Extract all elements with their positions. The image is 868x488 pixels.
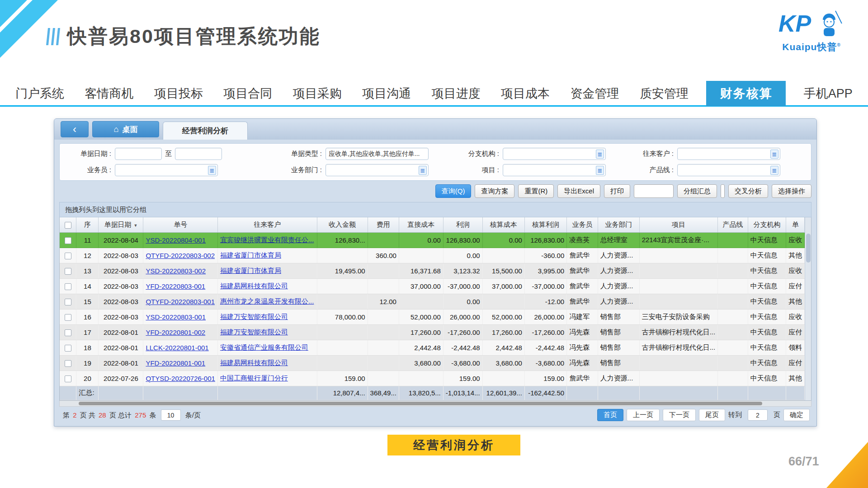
table-row-14[interactable]: 142022-08-03YFD-20220803-001福建易网科技有限公司37… — [60, 278, 805, 294]
customer-link[interactable]: 福建易网科技有限公司 — [220, 282, 288, 290]
nav-item-6[interactable]: 项目沟通 — [359, 81, 414, 106]
col-header-seq[interactable]: 序 — [76, 217, 99, 232]
lookup-icon[interactable]: ≣ — [208, 166, 216, 175]
salesman-input[interactable]: ≣ — [115, 164, 218, 176]
cell-docno[interactable]: YFD-20220803-001 — [143, 278, 217, 294]
customer-link[interactable]: 福建万安智能有限公司 — [220, 328, 288, 336]
customer-link[interactable]: 福建易网科技有限公司 — [220, 359, 288, 366]
row-checkbox[interactable] — [65, 360, 71, 367]
col-header-project[interactable]: 项目 — [639, 217, 718, 232]
customer-input[interactable]: ≣ — [677, 148, 780, 160]
project-input[interactable]: ≣ — [503, 164, 606, 176]
col-header-acct_cost[interactable]: 核算成本 — [482, 217, 524, 232]
row-checkbox[interactable] — [65, 345, 71, 352]
page-size-input[interactable] — [161, 409, 181, 421]
table-row-12[interactable]: 122022-08-03QTYFD-20220803-002福建省厦门市体育局3… — [60, 248, 805, 263]
row-checkbox[interactable] — [65, 329, 71, 336]
prev-page-button[interactable]: 上一页 — [627, 409, 660, 421]
cell-customer[interactable]: 福建易网科技有限公司 — [217, 278, 317, 294]
customer-link[interactable]: 安徽省通信产业服务有限公司 — [220, 343, 308, 351]
docno-link[interactable]: YSD-20220804-001 — [146, 236, 206, 244]
docno-link[interactable]: YFD-20220801-002 — [146, 328, 205, 336]
cell-docno[interactable]: YSD-20220804-001 — [143, 232, 217, 248]
docno-link[interactable]: YSD-20220803-001 — [146, 313, 206, 321]
cell-customer[interactable]: 安徽省通信产业服务有限公司 — [217, 340, 317, 355]
cell-customer[interactable]: 福建省厦门市体育局 — [217, 263, 317, 278]
nav-item-3[interactable]: 项目投标 — [151, 81, 206, 106]
col-header-fee[interactable]: 费用 — [368, 217, 399, 232]
customer-link[interactable]: 福建省厦门市体育局 — [220, 267, 281, 274]
docno-link[interactable]: YFD-20220801-001 — [146, 359, 205, 367]
lookup-icon[interactable]: ≣ — [596, 166, 604, 175]
col-header-salesman[interactable]: 业务员 — [567, 217, 598, 232]
customer-link[interactable]: 中国工商银行厦门分行 — [220, 374, 288, 382]
lookup-icon[interactable]: ≣ — [770, 150, 778, 159]
first-page-button[interactable]: 首页 — [597, 409, 623, 421]
select-operation-button[interactable]: 选择操作 — [772, 184, 811, 198]
cell-docno[interactable]: QTYFD-20220803-001 — [143, 294, 217, 309]
cell-customer[interactable]: 惠州市龙之泉温泉开发有限公... — [217, 294, 317, 309]
table-row-13[interactable]: 132022-08-03YSD-20220803-002福建省厦门市体育局19,… — [60, 263, 805, 278]
nav-item-4[interactable]: 项目合同 — [221, 81, 275, 106]
col-header-direct_cost[interactable]: 直接成本 — [399, 217, 443, 232]
customer-link[interactable]: 惠州市龙之泉温泉开发有限公... — [220, 297, 314, 305]
cell-docno[interactable]: LLCK-20220801-001 — [143, 340, 217, 355]
doc-type-input[interactable] — [326, 148, 429, 160]
export-excel-button[interactable]: 导出Excel — [557, 184, 600, 198]
cell-docno[interactable]: YFD-20220801-001 — [143, 355, 217, 371]
tab-profit-analysis[interactable]: 经营利润分析 — [163, 122, 248, 140]
row-checkbox[interactable] — [65, 283, 71, 290]
query-plan-button[interactable]: 查询方案 — [475, 184, 514, 198]
cell-docno[interactable]: QTYSD-20220726-001 — [143, 371, 217, 386]
query-button[interactable]: 查询(Q) — [435, 184, 472, 198]
cell-docno[interactable]: QTYFD-20220803-002 — [143, 248, 217, 263]
confirm-button[interactable]: 确定 — [783, 409, 810, 421]
select-all-checkbox[interactable] — [60, 217, 76, 232]
docno-link[interactable]: QTYFD-20220803-002 — [146, 252, 215, 259]
nav-item-8[interactable]: 项目成本 — [498, 81, 552, 106]
print-button[interactable]: 打印 — [604, 184, 630, 198]
date-to-input[interactable] — [175, 148, 222, 160]
cell-customer[interactable]: 福建万安智能有限公司 — [217, 324, 317, 340]
cross-analysis-button[interactable]: 交叉分析 — [728, 184, 768, 198]
col-header-acct_profit[interactable]: 核算利润 — [524, 217, 566, 232]
table-row-20[interactable]: 202022-07-26QTYSD-20220726-001中国工商银行厦门分行… — [60, 371, 805, 386]
horizontal-scrollbar[interactable] — [59, 401, 811, 407]
nav-item-2[interactable]: 客情商机 — [82, 81, 136, 106]
table-row-19[interactable]: 192022-08-01YFD-20220801-001福建易网科技有限公司3,… — [60, 355, 805, 371]
vertical-scrollbar[interactable] — [805, 217, 811, 400]
date-from-input[interactable] — [115, 148, 162, 160]
branch-input[interactable]: ≣ — [503, 148, 606, 160]
col-header-profit[interactable]: 利润 — [443, 217, 482, 232]
col-header-income[interactable]: 收入金额 — [317, 217, 368, 232]
customer-link[interactable]: 福建万安智能有限公司 — [220, 313, 288, 320]
col-header-product[interactable]: 产品线 — [718, 217, 748, 232]
next-page-button[interactable]: 下一页 — [663, 409, 696, 421]
cell-docno[interactable]: YSD-20220803-001 — [143, 309, 217, 324]
nav-item-9[interactable]: 资金管理 — [568, 81, 622, 106]
cell-customer[interactable]: 宜宾骏继洪骥置业有限责任公... — [217, 232, 317, 248]
table-row-11[interactable]: 112022-08-04YSD-20220804-001宜宾骏继洪骥置业有限责任… — [60, 232, 805, 248]
col-header-date[interactable]: 单据日期▼ — [99, 217, 143, 232]
blank-button[interactable] — [634, 184, 674, 198]
table-row-16[interactable]: 162022-08-03YSD-20220803-001福建万安智能有限公司78… — [60, 309, 805, 324]
table-row-17[interactable]: 172022-08-01YFD-20220801-002福建万安智能有限公司17… — [60, 324, 805, 340]
row-checkbox[interactable] — [65, 237, 71, 244]
horizontal-scrollbar-thumb[interactable] — [79, 402, 762, 405]
tab-desktop[interactable]: ⌂ 桌面 — [92, 121, 159, 137]
nav-item-7[interactable]: 项目进度 — [429, 81, 483, 106]
docno-link[interactable]: YSD-20220803-002 — [146, 267, 206, 275]
product-line-input[interactable]: ≣ — [677, 164, 780, 176]
back-button[interactable]: ‹ — [61, 121, 89, 137]
col-header-customer[interactable]: 往来客户 — [217, 217, 317, 232]
cell-customer[interactable]: 福建万安智能有限公司 — [217, 309, 317, 324]
cell-customer[interactable]: 福建易网科技有限公司 — [217, 355, 317, 371]
group-summary-button[interactable]: 分组汇总 — [677, 184, 717, 198]
nav-item-12[interactable]: 手机APP — [801, 81, 855, 106]
row-checkbox[interactable] — [65, 268, 71, 275]
cell-docno[interactable]: YFD-20220801-002 — [143, 324, 217, 340]
last-page-button[interactable]: 尾页 — [699, 409, 725, 421]
customer-link[interactable]: 宜宾骏继洪骥置业有限责任公... — [220, 236, 314, 244]
customer-link[interactable]: 福建省厦门市体育局 — [220, 251, 281, 259]
reset-button[interactable]: 重置(R) — [518, 184, 554, 198]
